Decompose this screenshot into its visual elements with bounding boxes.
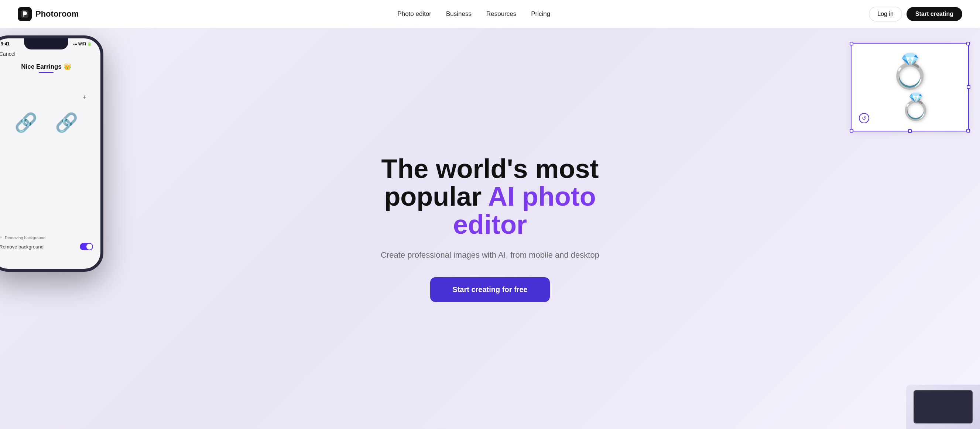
phone-plus-icon[interactable]: + (82, 94, 86, 102)
nav-actions: Log in Start creating (869, 6, 962, 21)
hero-title-line1: The world's most (381, 154, 598, 183)
nav-pricing[interactable]: Pricing (531, 10, 550, 17)
brand-name: Photoroom (35, 9, 79, 19)
hero-title-line2-black: popular (384, 182, 488, 211)
spinner-icon: ✳ (0, 235, 3, 240)
phone-cancel[interactable]: Cancel (0, 51, 16, 57)
laptop-hint (906, 385, 980, 429)
product-card-container: 💍 💍 ↺ (851, 43, 969, 132)
phone-mockup: 9:41 ▪▪▪ WiFi 🔋 Cancel Nice Earrings 👑 (0, 35, 122, 301)
hero-title-purple: AI photo (488, 182, 596, 211)
hero-cta-button[interactable]: Start creating for free (430, 277, 549, 302)
nav-business[interactable]: Business (446, 10, 471, 17)
handle-bottom-left (850, 129, 853, 132)
hero-title-line3: editor (453, 210, 527, 239)
earring-top: 💍 (889, 55, 931, 88)
remove-bg-row: Remove background (0, 243, 93, 250)
remove-bg-toggle[interactable] (80, 243, 93, 250)
product-card: 💍 💍 ↺ (851, 43, 969, 132)
hero-title: The world's most popular AI photo editor (133, 155, 847, 239)
logo-icon (18, 7, 32, 21)
handle-bottom-right (966, 129, 970, 132)
earring-bottom: 💍 (899, 94, 932, 120)
jewelry-item-2: 🔗 (48, 106, 85, 139)
phone-time: 9:41 (1, 41, 10, 46)
phone-title-underline (39, 72, 54, 73)
phone-title: Nice Earrings 👑 (0, 63, 93, 70)
start-creating-button[interactable]: Start creating (907, 7, 962, 21)
remove-bg-label: Remove background (0, 244, 44, 249)
earring-display: 💍 💍 (859, 51, 961, 123)
laptop-screen (913, 390, 973, 423)
handle-top-right (966, 42, 970, 45)
removing-bg-status: ✳ Removing background (0, 235, 93, 240)
phone-jewelry-display: 🔗 🔗 (0, 95, 100, 150)
rotate-icon[interactable]: ↺ (859, 113, 869, 123)
jewelry-item-1: 🔗 (7, 106, 44, 139)
nav-resources[interactable]: Resources (486, 10, 516, 17)
login-button[interactable]: Log in (869, 6, 902, 21)
hero-section: 9:41 ▪▪▪ WiFi 🔋 Cancel Nice Earrings 👑 (0, 28, 980, 429)
logo-link[interactable]: Photoroom (18, 7, 79, 21)
removing-bg-label: Removing background (5, 235, 45, 240)
handle-bottom-middle (908, 129, 912, 133)
phone-status-icons: ▪▪▪ WiFi 🔋 (73, 42, 92, 46)
navbar: Photoroom Photo editor Business Resource… (0, 0, 980, 28)
hero-subtitle: Create professional images with AI, from… (133, 249, 847, 261)
handle-right-middle (967, 85, 970, 89)
nav-photo-editor[interactable]: Photo editor (397, 10, 431, 17)
hero-content: The world's most popular AI photo editor… (126, 133, 854, 324)
handle-top-left (850, 42, 853, 45)
